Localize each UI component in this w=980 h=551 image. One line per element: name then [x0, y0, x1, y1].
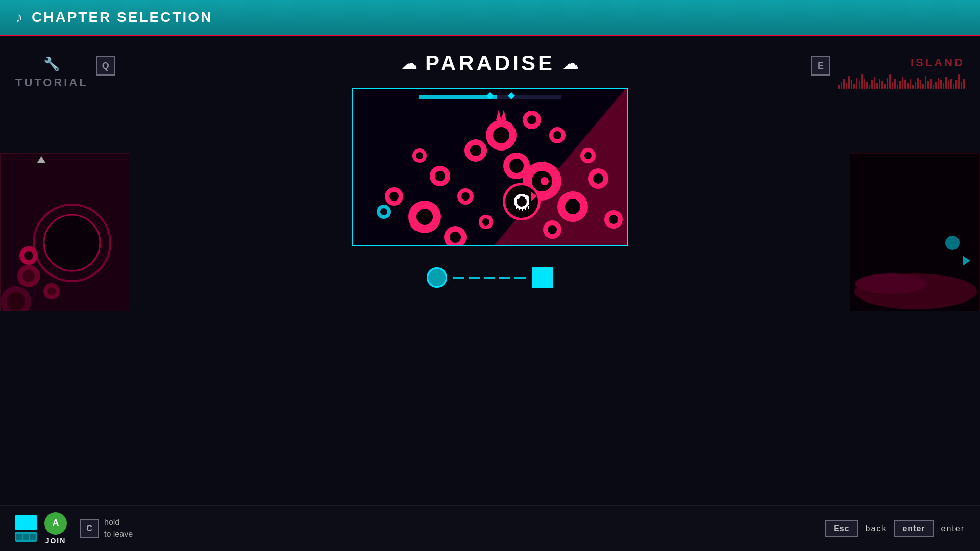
bottom-left-controls: A JOIN C holdto leave: [15, 512, 133, 545]
player2-dot: [532, 267, 553, 288]
connection-dashes: [453, 277, 526, 279]
paradise-title: PARADISE: [425, 51, 555, 76]
island-key-button[interactable]: E: [811, 56, 830, 76]
player1-dot: [427, 267, 447, 288]
center-panel-paradise: ☁ PARADISE ☁: [179, 36, 801, 515]
island-thumbnail-art: [850, 154, 980, 311]
join-label: JOIN: [45, 537, 66, 545]
bottom-right-controls: Esc back enter enter: [825, 520, 965, 537]
svg-marker-63: [496, 110, 501, 120]
enter-action-label: enter: [941, 524, 965, 533]
svg-point-45: [609, 215, 618, 224]
paradise-title-area: ☁ PARADISE ☁: [401, 51, 579, 76]
island-waveform: [838, 73, 965, 89]
dash-1: [453, 277, 464, 279]
svg-point-3: [44, 215, 100, 271]
back-label: back: [866, 524, 887, 533]
music-icon: ♪: [15, 9, 22, 26]
main-content: 🔧 TUTORIAL Q: [0, 36, 980, 515]
tutorial-label-area: 🔧 TUTORIAL Q: [0, 56, 179, 89]
player-connection-area: [427, 267, 553, 288]
button-a[interactable]: A: [44, 512, 67, 535]
svg-point-25: [450, 232, 461, 243]
svg-point-7: [47, 287, 56, 295]
dash-4: [499, 277, 510, 279]
svg-point-39: [461, 192, 470, 201]
svg-point-37: [435, 171, 445, 181]
svg-point-35: [509, 159, 524, 173]
svg-point-69: [855, 273, 927, 294]
bottom-bar: A JOIN C holdto leave Esc back enter ent…: [0, 505, 980, 551]
island-thumbnail[interactable]: [850, 153, 980, 311]
tutorial-chapter-name: TUTORIAL: [15, 76, 88, 89]
button-c[interactable]: C: [80, 519, 99, 538]
svg-point-15: [541, 177, 549, 185]
page-title: CHAPTER SELECTION: [32, 9, 212, 26]
svg-point-21: [584, 152, 592, 159]
preview-game-art: [353, 89, 628, 246]
tutorial-thumbnail-art: [1, 154, 130, 311]
svg-point-31: [527, 115, 536, 124]
svg-point-9: [7, 292, 25, 311]
svg-point-5: [22, 270, 35, 282]
svg-point-70: [945, 236, 960, 250]
cloud-right-icon: ☁: [562, 54, 579, 73]
dash-5: [514, 277, 526, 279]
esc-key[interactable]: Esc: [825, 520, 857, 537]
svg-point-19: [593, 173, 603, 184]
tutorial-icon: 🔧: [43, 56, 60, 72]
hold-to-leave-label: holdto leave: [104, 517, 133, 540]
hold-leave-control: C holdto leave: [80, 517, 133, 540]
cloud-left-icon: ☁: [401, 54, 418, 73]
join-control: A JOIN: [44, 512, 67, 545]
keyboard-top: [15, 515, 37, 530]
tutorial-thumbnail[interactable]: [0, 153, 130, 311]
island-chapter-name: ISLAND: [911, 56, 965, 69]
left-panel-tutorial: 🔧 TUTORIAL Q: [0, 36, 179, 408]
svg-marker-64: [501, 110, 506, 120]
paradise-preview[interactable]: [352, 88, 628, 246]
svg-point-56: [516, 195, 520, 199]
svg-point-51: [380, 208, 387, 215]
keyboard-bottom: [15, 532, 37, 542]
svg-point-29: [493, 127, 509, 143]
svg-point-57: [525, 195, 529, 199]
right-panel-island: E ISLAND: [801, 36, 980, 408]
svg-point-23: [416, 209, 433, 225]
enter-key[interactable]: enter: [894, 520, 933, 537]
svg-point-47: [416, 152, 423, 159]
svg-point-17: [565, 199, 580, 214]
svg-point-33: [470, 145, 481, 156]
svg-point-27: [389, 192, 399, 201]
svg-point-43: [553, 131, 561, 139]
dash-3: [484, 277, 495, 279]
svg-point-49: [548, 225, 557, 234]
header: ♪ CHAPTER SELECTION: [0, 0, 980, 36]
island-label-area: E ISLAND: [801, 56, 980, 89]
keyboard-icon: [15, 515, 37, 542]
dash-2: [469, 277, 480, 279]
tutorial-key-button[interactable]: Q: [96, 56, 115, 76]
svg-point-41: [482, 218, 489, 226]
svg-point-11: [24, 251, 33, 260]
